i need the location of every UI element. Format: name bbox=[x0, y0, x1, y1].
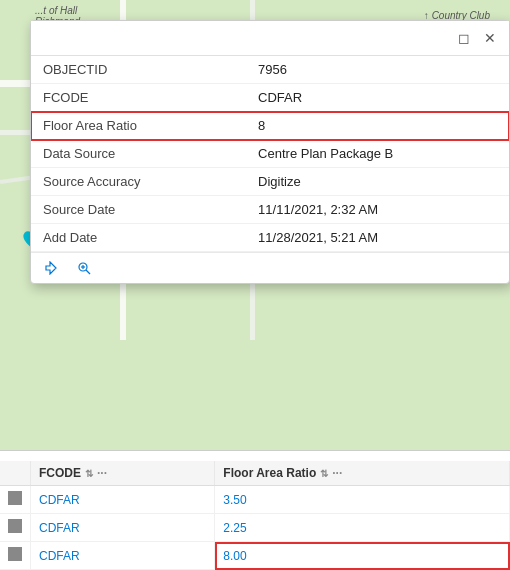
attr-value: 11/28/2021, 5:21 AM bbox=[246, 224, 509, 252]
checkbox-icon bbox=[8, 519, 22, 533]
directions-icon bbox=[43, 261, 57, 275]
attr-value: CDFAR bbox=[246, 84, 509, 112]
get-directions-link[interactable] bbox=[43, 261, 61, 275]
attribute-table: OBJECTID7956FCODECDFARFloor Area Ratio8D… bbox=[31, 56, 509, 252]
attr-row: Source AccuracyDigitize bbox=[31, 168, 509, 196]
sort-icon[interactable]: ⇅ bbox=[320, 468, 328, 479]
popup-header-icons: ◻ ✕ bbox=[455, 29, 499, 47]
attr-key: Floor Area Ratio bbox=[31, 112, 246, 140]
fcode-cell: CDFAR bbox=[31, 542, 215, 570]
checkbox-icon bbox=[8, 491, 22, 505]
attr-key: Data Source bbox=[31, 140, 246, 168]
far-cell: 2.25 bbox=[215, 514, 510, 542]
attr-row: Source Date11/11/2021, 2:32 AM bbox=[31, 196, 509, 224]
attr-value: 8 bbox=[246, 112, 509, 140]
col-label: Floor Area Ratio bbox=[223, 466, 316, 480]
checkbox-icon bbox=[8, 547, 22, 561]
attr-value: 11/11/2021, 2:32 AM bbox=[246, 196, 509, 224]
data-table: FCODE⇅···Floor Area Ratio⇅··· CDFAR3.50C… bbox=[0, 461, 510, 570]
col-label: FCODE bbox=[39, 466, 81, 480]
svg-marker-0 bbox=[46, 262, 56, 274]
column-menu-icon[interactable]: ··· bbox=[332, 466, 342, 480]
attr-key: OBJECTID bbox=[31, 56, 246, 84]
attr-key: Source Date bbox=[31, 196, 246, 224]
attr-value: Digitize bbox=[246, 168, 509, 196]
table-row: CDFAR3.50 bbox=[0, 486, 510, 514]
fcode-cell: CDFAR bbox=[31, 486, 215, 514]
attr-row: FCODECDFAR bbox=[31, 84, 509, 112]
fcode-cell: CDFAR bbox=[31, 514, 215, 542]
attr-row: Floor Area Ratio8 bbox=[31, 112, 509, 140]
attr-key: Source Accuracy bbox=[31, 168, 246, 196]
far-cell: 3.50 bbox=[215, 486, 510, 514]
table-row: CDFAR8.00 bbox=[0, 542, 510, 570]
table-panel: FCODE⇅···Floor Area Ratio⇅··· CDFAR3.50C… bbox=[0, 450, 510, 570]
svg-line-2 bbox=[86, 270, 90, 274]
attr-row: Data SourceCentre Plan Package B bbox=[31, 140, 509, 168]
col-header-floor-area-ratio[interactable]: Floor Area Ratio⇅··· bbox=[215, 461, 510, 486]
row-checkbox[interactable] bbox=[0, 486, 31, 514]
col-header-checkbox bbox=[0, 461, 31, 486]
popup-footer bbox=[31, 252, 509, 283]
zoom-icon bbox=[77, 261, 91, 275]
attr-value: Centre Plan Package B bbox=[246, 140, 509, 168]
attr-row: Add Date11/28/2021, 5:21 AM bbox=[31, 224, 509, 252]
table-header-row: FCODE⇅···Floor Area Ratio⇅··· bbox=[0, 461, 510, 486]
column-menu-icon[interactable]: ··· bbox=[97, 466, 107, 480]
far-cell: 8.00 bbox=[215, 542, 510, 570]
table-row: CDFAR2.25 bbox=[0, 514, 510, 542]
attr-row: OBJECTID7956 bbox=[31, 56, 509, 84]
minimize-button[interactable]: ◻ bbox=[455, 29, 473, 47]
close-button[interactable]: ✕ bbox=[481, 29, 499, 47]
attr-value: 7956 bbox=[246, 56, 509, 84]
popup-header: ◻ ✕ bbox=[31, 21, 509, 56]
row-checkbox[interactable] bbox=[0, 542, 31, 570]
row-checkbox[interactable] bbox=[0, 514, 31, 542]
sort-icon[interactable]: ⇅ bbox=[85, 468, 93, 479]
col-header-fcode[interactable]: FCODE⇅··· bbox=[31, 461, 215, 486]
attr-key: Add Date bbox=[31, 224, 246, 252]
attr-key: FCODE bbox=[31, 84, 246, 112]
popup-panel: ◻ ✕ OBJECTID7956FCODECDFARFloor Area Rat… bbox=[30, 20, 510, 284]
table-panel-header bbox=[0, 451, 510, 461]
popup-body: OBJECTID7956FCODECDFARFloor Area Ratio8D… bbox=[31, 56, 509, 252]
zoom-to-link[interactable] bbox=[77, 261, 95, 275]
